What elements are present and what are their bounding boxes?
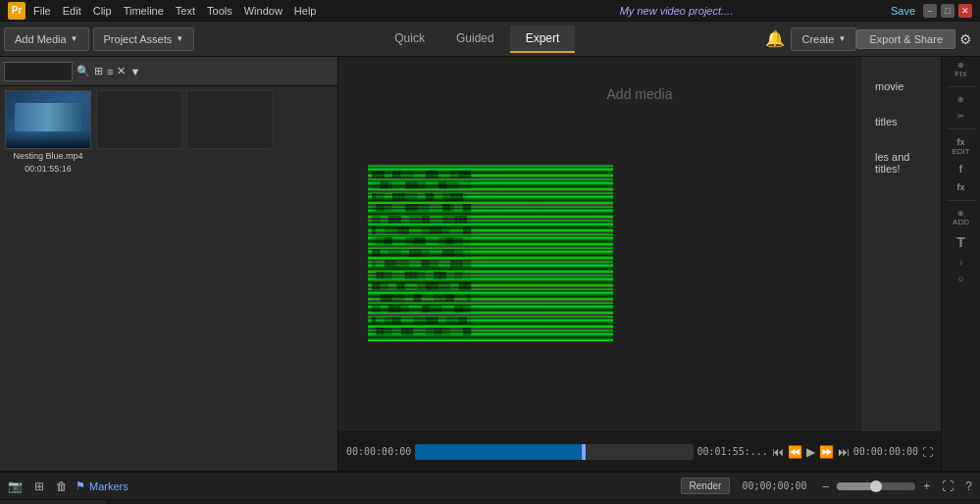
- settings-icon[interactable]: ⚙: [955, 31, 976, 47]
- edit-icon: fx: [956, 137, 964, 147]
- add-media-text: Add media: [607, 86, 673, 102]
- timeline-camera-icon[interactable]: 📷: [4, 479, 26, 493]
- add-button[interactable]: ⊕ ADD: [953, 209, 969, 227]
- fullscreen-icon[interactable]: ⛶: [922, 446, 933, 458]
- dropdown-icon[interactable]: ▼: [129, 66, 140, 77]
- tab-guided[interactable]: Guided: [440, 25, 510, 53]
- emoji-button[interactable]: ☺: [956, 275, 964, 283]
- window-controls: – □ ✕: [923, 4, 972, 18]
- preview-next-icon[interactable]: ⏭: [838, 445, 850, 459]
- glitch-line-12: ▒▒░░▓▓▓▒▒░░░▓▓▒▒▒░░░▓▓▒▒: [372, 305, 609, 313]
- asset-slot-2: [186, 90, 273, 149]
- menu-tools[interactable]: Tools: [207, 5, 232, 17]
- center-menu-panel: movie titles les and titles!: [862, 57, 941, 431]
- menu-help[interactable]: Help: [294, 5, 317, 17]
- search-input[interactable]: [4, 62, 73, 81]
- project-assets-label: Project Assets: [104, 33, 173, 45]
- glitch-line-9: ░▓▓▒▒░░░▓▓▓▒▒░░▓▓▓░░▒▒░░: [372, 272, 609, 279]
- timeline-zoom-in[interactable]: +: [919, 479, 934, 493]
- glitch-line-5: ▓░░▒▒▒▓▓▓░░░▒▒▓▓▓▒▒░░░▓▓: [372, 227, 609, 234]
- create-label: Create: [801, 33, 834, 45]
- timeline-toolbar: 📷 ⊞ 🗑 ⚑ Markers Render 00;00;00;00 – + ⛶…: [0, 473, 980, 500]
- preview-forward-icon[interactable]: ⏩: [819, 445, 834, 459]
- glitch-line-2: ▓▒▒░░▓▓▓▒▒▒░░▓▓░░▒▒▓▓▓░: [372, 193, 609, 201]
- preview-timebar[interactable]: [415, 444, 693, 460]
- fix-label: FIX: [954, 70, 966, 78]
- project-assets-arrow: ▼: [176, 34, 183, 43]
- les-titles-menu-item[interactable]: les and titles!: [871, 147, 933, 178]
- menu-clip[interactable]: Clip: [93, 5, 112, 17]
- timeline-fit-icon[interactable]: ⛶: [938, 479, 957, 493]
- preview-bar: 00:00:00:00 00:01:55:... ⏮ ⏪ ▶ ⏩ ⏭ 00:00…: [338, 431, 941, 471]
- preview-prev-icon[interactable]: ⏮: [772, 445, 784, 459]
- sidebar-divider-1: [947, 86, 976, 87]
- effects-icon: f: [959, 164, 962, 175]
- timeline-zoom-handle[interactable]: [870, 480, 882, 492]
- text-button[interactable]: T: [956, 234, 965, 250]
- preview-back-icon[interactable]: ⏪: [788, 445, 802, 459]
- effects-button[interactable]: f: [959, 164, 962, 175]
- timeline-content: ▶ 📹 ▼ 🔊 Audio 1 M S 🔒 ◁ ▷ ▸ ▶ 🎙: [0, 500, 980, 504]
- window-minimize[interactable]: –: [923, 4, 937, 18]
- glitch-line-13: ▓░░▒▒▓▓░░░▒▒▒▓▓▓░░▒▒▒▓▓░: [372, 317, 609, 325]
- right-sidebar: ⊕ FIX ⊕ ✂ fx EDIT f fx ⊕ ADD T ♪: [941, 57, 980, 471]
- asset-item[interactable]: Nesting Blue.mp4 00:01:55:16: [4, 90, 92, 175]
- timeline-add-track-icon[interactable]: ⊞: [30, 479, 48, 493]
- preview-play-icon[interactable]: ▶: [806, 445, 815, 459]
- preview-area: Add media movie titles les and titles! ▓…: [338, 57, 941, 431]
- fx-button[interactable]: fx: [956, 182, 964, 192]
- project-title: My new video project....: [462, 5, 891, 17]
- asset-name: Nesting Blue.mp4: [13, 151, 82, 162]
- adjust-button[interactable]: ⊕: [957, 95, 964, 104]
- fix-button[interactable]: ⊕ FIX: [954, 61, 966, 78]
- track-labels: ▶ 📹 ▼ 🔊 Audio 1 M S 🔒 ◁ ▷ ▸ ▶ 🎙: [0, 500, 108, 504]
- timeline-delete-icon[interactable]: 🗑: [52, 479, 72, 493]
- edit-label: EDIT: [952, 147, 969, 156]
- menu-file[interactable]: File: [33, 5, 51, 17]
- save-button[interactable]: Save: [891, 5, 915, 17]
- cut-button[interactable]: ✂: [957, 112, 964, 121]
- project-assets-button[interactable]: Project Assets ▼: [93, 27, 195, 51]
- tab-group: Quick Guided Expert: [379, 25, 575, 53]
- toolbar: Add Media ▼ Project Assets ▼ Quick Guide…: [0, 22, 980, 57]
- glitch-line-1: ░░▓▓▒░░░▓▓▓▒▒░░░▓▓▒▒▒░░░: [372, 181, 609, 189]
- delete-icon[interactable]: ✕: [117, 65, 126, 77]
- add-label: ADD: [953, 218, 969, 227]
- menu-bar: Pr File Edit Clip Timeline Text Tools Wi…: [0, 0, 980, 22]
- add-icon: ⊕: [957, 209, 964, 218]
- glitch-line-8: ▒░░▓▓▓▒▒▒░░░▓▓▒▒░░░▓▓▓▒▒: [372, 260, 609, 268]
- asset-duration: 00:01:55:16: [25, 164, 72, 175]
- glitch-line-0: ▓▓▓░░▓▓▒▒▒░░░▓▓▓░░░▒▒▓▓▓: [372, 171, 609, 178]
- preview-filled: [415, 444, 582, 460]
- grid-view-icon[interactable]: ⊞: [94, 65, 103, 77]
- music-button[interactable]: ♪: [959, 258, 963, 267]
- asset-toolbar: 🔍 ⊞ ≡ ✕ ▼: [0, 57, 337, 86]
- menu-edit[interactable]: Edit: [63, 5, 81, 17]
- adjust-icon: ⊕: [957, 95, 964, 104]
- preview-end-time: 00:01:55:...: [697, 446, 768, 457]
- tab-quick[interactable]: Quick: [379, 25, 440, 53]
- create-button[interactable]: Create ▼: [791, 27, 856, 51]
- timeline-help-icon[interactable]: ?: [961, 479, 976, 493]
- text-icon: T: [956, 234, 965, 250]
- tab-expert[interactable]: Expert: [510, 25, 576, 53]
- menu-timeline[interactable]: Timeline: [124, 5, 164, 17]
- menu-window[interactable]: Window: [244, 5, 283, 17]
- timeline-zoom-slider[interactable]: [837, 482, 915, 490]
- titles-menu-item[interactable]: titles: [871, 112, 933, 131]
- add-media-button[interactable]: Add Media ▼: [4, 27, 89, 51]
- edit-button[interactable]: fx EDIT: [952, 137, 969, 156]
- preview-thumb: [582, 444, 586, 460]
- timeline-zoom-out[interactable]: –: [819, 479, 834, 493]
- glitch-text: ▓▓▓░░▓▓▒▒▒░░░▓▓▓░░░▒▒▓▓▓ ░░▓▓▒░░░▓▓▓▒▒░░…: [368, 165, 613, 341]
- notification-icon[interactable]: 🔔: [759, 29, 791, 48]
- render-button[interactable]: Render: [681, 478, 731, 494]
- list-view-icon[interactable]: ≡: [107, 66, 113, 77]
- assets-grid: Nesting Blue.mp4 00:01:55:16: [0, 86, 337, 471]
- export-button[interactable]: Export & Share: [856, 29, 955, 49]
- movie-menu-item[interactable]: movie: [871, 76, 933, 96]
- menu-text[interactable]: Text: [176, 5, 195, 17]
- window-close[interactable]: ✕: [958, 4, 972, 18]
- window-maximize[interactable]: □: [941, 4, 954, 18]
- glitch-line-7: ▓▓░░▒▒▒░░▓▓▓▒▒░░░▓▓▓▒▒░░: [372, 249, 609, 257]
